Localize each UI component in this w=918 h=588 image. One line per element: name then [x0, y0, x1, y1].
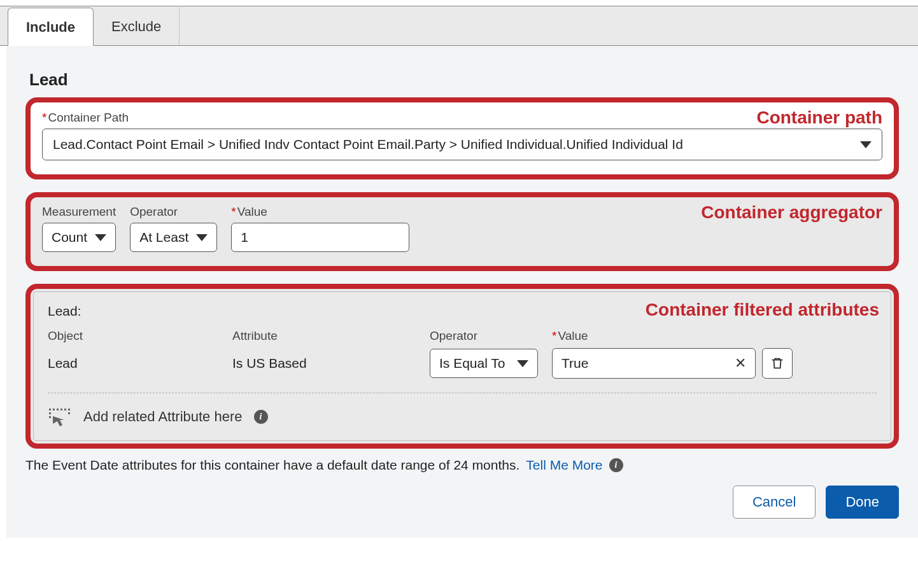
footer-note: The Event Date attributes for this conta… — [25, 458, 899, 473]
action-bar: Cancel Done — [25, 486, 899, 519]
tab-include[interactable]: Include — [8, 8, 94, 46]
aggregator-value-input[interactable]: 1 — [231, 223, 409, 252]
tab-exclude[interactable]: Exclude — [94, 7, 180, 45]
add-attribute-row[interactable]: Add related Attribute here i — [48, 393, 877, 440]
svg-rect-8 — [49, 416, 51, 418]
svg-rect-7 — [68, 412, 70, 414]
footer-text: The Event Date attributes for this conta… — [25, 458, 519, 473]
chevron-down-icon — [196, 234, 208, 241]
row-value-input[interactable]: True ✕ — [552, 348, 756, 379]
svg-rect-4 — [64, 409, 66, 410]
cancel-button[interactable]: Cancel — [733, 486, 816, 519]
operator-dropdown[interactable]: At Least — [130, 223, 217, 252]
filtered-heading: Lead: — [48, 304, 81, 318]
measurement-value: Count — [52, 230, 87, 245]
attribute-row: Lead Is US Based Is Equal To True ✕ — [48, 348, 877, 393]
container-path-value: Lead.Contact Point Email > Unified Indv … — [53, 137, 683, 152]
tell-me-more-link[interactable]: Tell Me More — [526, 458, 602, 473]
container-path-block: Container path *Container Path Lead.Cont… — [25, 97, 899, 179]
col-object: Object — [48, 329, 226, 343]
col-value-text: Value — [558, 329, 588, 342]
svg-rect-3 — [60, 409, 62, 410]
measurement-dropdown[interactable]: Count — [42, 223, 116, 252]
annotation-aggregator: Container aggregator — [701, 202, 882, 223]
row-value-text: True — [561, 356, 588, 371]
value-label: *Value — [231, 205, 409, 219]
container-filtered-attributes-block: Lead: Container filtered attributes Obje… — [25, 284, 899, 449]
content-area: Lead Container path *Container Path Lead… — [6, 46, 918, 538]
required-marker: * — [42, 111, 46, 124]
add-attribute-label: Add related Attribute here — [83, 409, 243, 425]
col-value: *Value — [552, 329, 756, 343]
col-attribute: Attribute — [232, 329, 423, 343]
value-label-text: Value — [237, 205, 267, 218]
chevron-down-icon — [860, 141, 872, 148]
svg-rect-5 — [68, 409, 70, 410]
required-marker: * — [231, 205, 236, 218]
top-rule — [0, 0, 918, 6]
annotation-path: Container path — [756, 108, 882, 128]
measurement-label: Measurement — [42, 205, 116, 219]
info-icon[interactable]: i — [254, 410, 268, 424]
container-aggregator-block: Container aggregator Measurement Count O… — [25, 192, 899, 271]
done-button[interactable]: Done — [826, 486, 899, 519]
annotation-attributes: Container filtered attributes — [646, 300, 879, 320]
row-attribute: Is US Based — [232, 356, 423, 371]
operator-label: Operator — [130, 205, 217, 219]
row-operator-value: Is Equal To — [439, 356, 505, 371]
chevron-down-icon — [517, 360, 528, 367]
container-path-label-text: Container Path — [48, 111, 129, 124]
col-operator: Operator — [430, 329, 546, 343]
svg-rect-0 — [49, 409, 51, 410]
container-path-label: *Container Path — [42, 111, 129, 125]
info-icon[interactable]: i — [609, 458, 623, 472]
row-object: Lead — [48, 356, 226, 371]
tab-bar: Include Exclude — [0, 6, 918, 46]
svg-rect-1 — [53, 409, 55, 410]
section-title: Lead — [29, 70, 899, 90]
trash-icon — [770, 356, 784, 370]
required-marker: * — [552, 329, 556, 342]
drag-target-icon — [48, 407, 72, 426]
operator-value: At Least — [139, 230, 188, 245]
delete-row-button[interactable] — [762, 348, 793, 379]
chevron-down-icon — [95, 234, 106, 241]
container-path-dropdown[interactable]: Lead.Contact Point Email > Unified Indv … — [42, 129, 882, 160]
clear-icon[interactable]: ✕ — [735, 355, 746, 372]
svg-rect-6 — [49, 412, 51, 414]
row-operator-dropdown[interactable]: Is Equal To — [430, 349, 538, 378]
svg-rect-2 — [57, 409, 59, 410]
